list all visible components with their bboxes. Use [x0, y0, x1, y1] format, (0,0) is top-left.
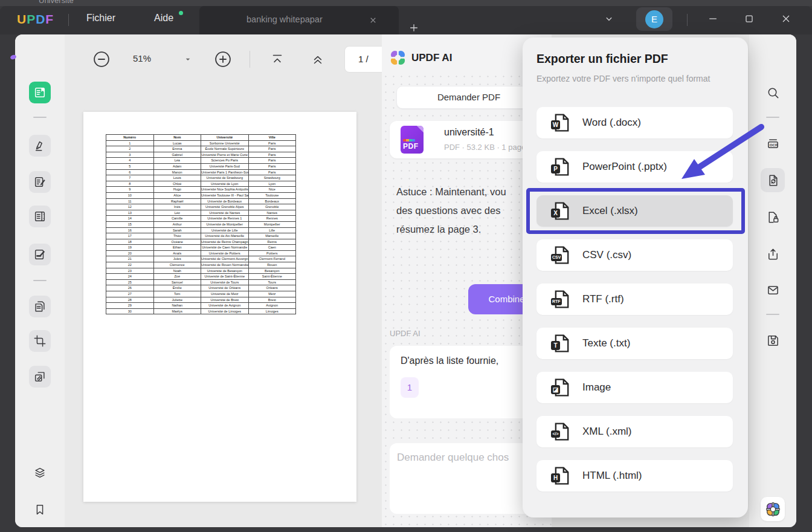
menu-aide[interactable]: Aide [154, 13, 173, 24]
pdf-viewer: 51% 1 / NuméroNomUniversitéVille [65, 34, 382, 527]
table-row: 20 Anaïs Université de Poitiers Poitiers [106, 250, 296, 256]
notification-dot [179, 11, 183, 15]
tool-edit-pdf[interactable] [29, 171, 51, 193]
account-button[interactable]: E [636, 7, 672, 31]
table-row: 6 Manon Université Paris 1 Panthéon-Sorb… [106, 169, 296, 175]
toolbar-divider [766, 117, 779, 118]
ai-tip-text: Astuce : Maintenant, vou des questions a… [396, 183, 506, 239]
table-row: 8 Chloé Université de Lyon Lyon [106, 181, 296, 187]
format-file-icon: P [551, 158, 569, 176]
table-row: 18 Océane Université de Reims Champagne-… [106, 239, 296, 245]
format-file-icon: W [551, 114, 569, 132]
export-format-item[interactable]: H HTML (.html) [536, 460, 733, 491]
avatar: E [645, 10, 663, 28]
zoom-out-button[interactable] [92, 50, 111, 68]
search-icon[interactable] [761, 80, 785, 105]
document-tab[interactable]: banking whitepapar [199, 6, 399, 34]
save-icon[interactable] [761, 328, 785, 352]
ai-section-label: UPDF AI [390, 329, 420, 338]
format-file-icon: H [551, 467, 569, 485]
share-icon[interactable] [761, 242, 785, 266]
close-button[interactable] [780, 13, 792, 25]
tool-bookmarks[interactable] [29, 499, 51, 521]
ai-answer-text: D'après la liste fournie, [401, 355, 498, 366]
tool-reader[interactable] [29, 82, 51, 103]
table-row: 3 Gabriel Université Pierre et Marie Cur… [106, 152, 296, 158]
pdf-page[interactable]: NuméroNomUniversitéVille 1 Lucas Sorbonn… [83, 112, 356, 502]
table-row: 15 Arthur Université de Montpellier Mont… [106, 221, 296, 227]
new-tab-icon[interactable] [408, 22, 420, 34]
export-format-item[interactable]: </> XML (.xml) [536, 416, 733, 447]
tool-organize-pages[interactable] [29, 296, 51, 317]
table-row: 21 Jules Université de Clermont Auvergne… [106, 256, 296, 262]
table-row: 22 Clémence Université de Rouen Normandi… [106, 262, 296, 268]
logo-letter: U [17, 12, 27, 26]
table-row: 19 Ethan Université de Caen Normandie Ca… [106, 245, 296, 251]
tool-watermark[interactable] [29, 366, 51, 388]
maximize-button[interactable] [743, 13, 755, 25]
pdf-file-icon: PDF [401, 126, 424, 154]
background-window-edge: Universite [0, 0, 812, 6]
export-panel-subtitle: Exportez votre PDF vers n'importe quel f… [536, 74, 710, 83]
format-file-icon: CSV [551, 246, 569, 264]
table-row: 26 Émilie Université de Orléans Orléans [106, 285, 296, 291]
background-window-title: Universite [39, 0, 74, 5]
logo-letter: P [27, 12, 36, 26]
email-icon[interactable] [761, 277, 785, 302]
updf-ai-button[interactable] [761, 497, 785, 521]
protect-document-icon[interactable] [761, 205, 785, 229]
ai-panel-title: UPDF AI [411, 52, 452, 64]
table-row: 25 Samuel Université de Tours Tours [106, 279, 296, 285]
table-row: 12 Inès Université Grenoble Alpes Grenob… [106, 204, 296, 210]
table-row: 1 Lucas Sorbonne Université Paris [106, 140, 296, 146]
zoom-level[interactable]: 51% [133, 53, 151, 63]
table-row: 14 Camille Université de Rennes 1 Rennes [106, 216, 296, 222]
table-row: 30 Maëlys Université de Limoges Limoges [106, 308, 296, 314]
updf-logo: UPDF [17, 12, 54, 27]
toolbar-divider [250, 51, 250, 68]
university-table: NuméroNomUniversitéVille 1 Lucas Sorbonn… [106, 134, 296, 314]
menu-fichier[interactable]: Fichier [86, 13, 115, 24]
export-format-item[interactable]: CSV CSV (.csv) [536, 239, 733, 271]
updf-ai-logo-icon [390, 50, 406, 66]
logo-letter: D [36, 12, 45, 26]
table-row: 9 Hugo Université Nice Sophia Antipolis … [106, 187, 296, 193]
ask-pdf-tab[interactable]: Demander PDF [396, 86, 541, 109]
titlebar-divider [687, 14, 688, 26]
export-format-item[interactable]: RTF RTF (.rtf) [536, 284, 733, 315]
go-to-top-button[interactable] [269, 51, 285, 67]
file-card[interactable]: PDF université-1 PDF · 53.2 KB · 1 page [390, 121, 544, 158]
table-row: 16 Sarah Université de Lille Lille [106, 227, 296, 233]
zoom-in-button[interactable] [214, 50, 232, 68]
page-reference-badge[interactable]: 1 [401, 377, 419, 398]
table-row: 4 Léa Sciences Po Paris Paris [106, 158, 296, 164]
tool-comment[interactable] [29, 135, 51, 157]
export-panel-title: Exporter un fichier PDF [536, 52, 668, 66]
table-row: 10 Alice Université Toulouse III - Paul … [106, 192, 296, 198]
table-row: 29 Nathan Université de Avignon Avignon [106, 303, 296, 309]
previous-page-button[interactable] [310, 51, 326, 67]
zoom-dropdown-caret[interactable] [183, 54, 193, 64]
logo-letter: F [45, 12, 54, 26]
tool-crop-pages[interactable] [29, 330, 51, 352]
titlebar: UPDF Fichier Aide banking whitepapar E [0, 6, 812, 34]
export-format-item[interactable]: T Texte (.txt) [536, 328, 733, 359]
right-toolbar: OCR [749, 34, 796, 527]
table-row: 27 Tom Université de Metz Metz [106, 291, 296, 297]
table-row: 5 Adam Université Paris-Sud Paris [106, 163, 296, 169]
left-toolbar [15, 34, 65, 527]
format-file-icon: RTF [551, 290, 569, 308]
toolbar-divider [33, 117, 47, 118]
tab-title: banking whitepapar [246, 15, 323, 24]
table-header-row: NuméroNomUniversitéVille [106, 135, 296, 141]
tool-fill-sign[interactable] [29, 244, 51, 265]
export-format-item[interactable]: ◪ Image [536, 372, 733, 403]
tool-thumbnails[interactable] [29, 462, 51, 484]
tool-forms[interactable] [29, 206, 51, 227]
table-row: 11 Raphaël Université de Bordeaux Bordea… [106, 198, 296, 204]
table-row: 7 Louis Université de Strasbourg Strasbo… [106, 175, 296, 181]
minimize-button[interactable] [707, 13, 719, 25]
chevron-down-icon[interactable] [603, 13, 615, 25]
format-file-icon: ◪ [551, 378, 569, 397]
tab-close-icon[interactable] [369, 16, 378, 25]
